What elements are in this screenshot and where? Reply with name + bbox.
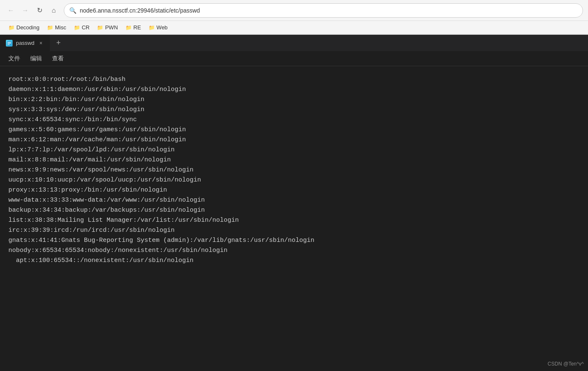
- tab-label: passwd: [16, 40, 34, 46]
- tab-bar: passwd × +: [0, 35, 588, 52]
- bookmark-web[interactable]: 📁 Web: [145, 23, 171, 31]
- watermark: CSDN @Ten^v^: [548, 361, 584, 367]
- home-button[interactable]: ⌂: [48, 5, 60, 16]
- search-icon: 🔍: [69, 7, 76, 14]
- svg-rect-1: [8, 42, 11, 43]
- bookmarks-bar: 📁 Decoding 📁 Misc 📁 CR 📁 PWN 📁 RE 📁 Web: [0, 21, 588, 34]
- svg-rect-3: [8, 44, 10, 45]
- browser-toolbar: ← → ↻ ⌂ 🔍: [0, 0, 588, 21]
- tab-passwd[interactable]: passwd ×: [0, 35, 50, 52]
- bookmark-label-misc: Misc: [55, 24, 66, 31]
- bookmark-label-decoding: Decoding: [16, 24, 39, 31]
- folder-icon-re: 📁: [125, 25, 132, 31]
- back-button[interactable]: ←: [5, 5, 17, 16]
- tab-close-button[interactable]: ×: [38, 39, 44, 47]
- bookmark-label-web: Web: [157, 24, 168, 31]
- address-bar-wrapper[interactable]: 🔍: [64, 3, 583, 18]
- menu-file[interactable]: 文件: [4, 53, 24, 64]
- folder-icon-cr: 📁: [74, 25, 80, 31]
- bookmark-pwn[interactable]: 📁 PWN: [94, 23, 121, 31]
- bookmark-decoding[interactable]: 📁 Decoding: [5, 23, 43, 31]
- bookmark-re[interactable]: 📁 RE: [122, 23, 144, 31]
- folder-icon-decoding: 📁: [8, 25, 15, 31]
- folder-icon-misc: 📁: [47, 25, 53, 31]
- folder-icon-pwn: 📁: [97, 25, 103, 31]
- editor-container: passwd × + 文件 编辑 查看 root:x:0:0:root:/roo…: [0, 35, 588, 371]
- file-icon: [6, 40, 13, 47]
- forward-button[interactable]: →: [19, 5, 31, 16]
- nav-buttons: ← → ↻ ⌂: [5, 5, 60, 16]
- bookmark-misc[interactable]: 📁 Misc: [44, 23, 70, 31]
- bookmark-label-pwn: PWN: [105, 24, 118, 31]
- editor-content[interactable]: root:x:0:0:root:/root:/bin/bash daemon:x…: [0, 66, 588, 371]
- menu-edit[interactable]: 编辑: [26, 53, 46, 64]
- menu-bar: 文件 编辑 查看: [0, 52, 588, 66]
- menu-view[interactable]: 查看: [48, 53, 68, 64]
- folder-icon-web: 📁: [149, 25, 155, 31]
- bookmark-label-cr: CR: [82, 24, 90, 31]
- address-bar[interactable]: [80, 7, 578, 14]
- browser-chrome: ← → ↻ ⌂ 🔍 📁 Decoding 📁 Misc 📁 CR 📁 PWN 📁: [0, 0, 588, 35]
- bookmark-label-re: RE: [133, 24, 141, 31]
- bookmark-cr[interactable]: 📁 CR: [71, 23, 93, 31]
- reload-button[interactable]: ↻: [34, 5, 45, 16]
- svg-rect-2: [8, 43, 11, 44]
- new-tab-button[interactable]: +: [50, 35, 67, 52]
